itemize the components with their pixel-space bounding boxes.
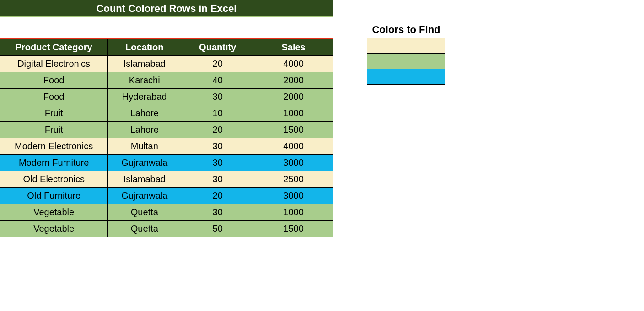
cell-quantity: 30 xyxy=(181,171,254,187)
cell-category: Vegetable xyxy=(0,204,108,220)
cell-category: Digital Electronics xyxy=(0,55,108,72)
cell-location: Islamabad xyxy=(108,55,181,72)
cell-quantity: 10 xyxy=(181,105,254,121)
page-title: Count Colored Rows in Excel xyxy=(0,0,333,17)
cell-category: Modern Electronics xyxy=(0,138,108,154)
cell-location: Quetta xyxy=(108,204,181,220)
cell-quantity: 50 xyxy=(181,220,254,237)
cell-category: Old Electronics xyxy=(0,171,108,187)
legend-table xyxy=(367,38,445,85)
cell-category: Fruit xyxy=(0,105,108,121)
cell-location: Quetta xyxy=(108,220,181,237)
cell-sales: 1500 xyxy=(254,220,333,237)
table-row: Modern ElectronicsMultan304000 xyxy=(0,138,333,154)
header-category: Product Category xyxy=(0,39,108,55)
cell-location: Gujranwala xyxy=(108,154,181,171)
cell-location: Islamabad xyxy=(108,171,181,187)
cell-sales: 2500 xyxy=(254,171,333,187)
cell-category: Food xyxy=(0,72,108,88)
table-row: VegetableQuetta301000 xyxy=(0,204,333,220)
table-row: Old FurnitureGujranwala203000 xyxy=(0,187,333,204)
header-location: Location xyxy=(108,39,181,55)
cell-sales: 1500 xyxy=(254,121,333,138)
cell-category: Fruit xyxy=(0,121,108,138)
cell-sales: 3000 xyxy=(254,154,333,171)
legend-swatch-green xyxy=(367,54,445,69)
table-row: FoodKarachi402000 xyxy=(0,72,333,88)
cell-quantity: 30 xyxy=(181,204,254,220)
legend-swatch-blue xyxy=(367,69,445,85)
cell-sales: 1000 xyxy=(254,105,333,121)
cell-sales: 2000 xyxy=(254,88,333,105)
cell-quantity: 20 xyxy=(181,187,254,204)
cell-sales: 3000 xyxy=(254,187,333,204)
header-quantity: Quantity xyxy=(181,39,254,55)
cell-category: Food xyxy=(0,88,108,105)
cell-location: Lahore xyxy=(108,105,181,121)
cell-sales: 1000 xyxy=(254,204,333,220)
header-sales: Sales xyxy=(254,39,333,55)
cell-location: Hyderabad xyxy=(108,88,181,105)
table-row: Digital ElectronicsIslamabad204000 xyxy=(0,55,333,72)
cell-sales: 4000 xyxy=(254,138,333,154)
data-table: Product Category Location Quantity Sales… xyxy=(0,38,333,237)
cell-sales: 2000 xyxy=(254,72,333,88)
legend-swatch-cream xyxy=(367,38,445,54)
cell-category: Vegetable xyxy=(0,220,108,237)
cell-location: Karachi xyxy=(108,72,181,88)
cell-quantity: 30 xyxy=(181,88,254,105)
cell-quantity: 30 xyxy=(181,138,254,154)
cell-location: Multan xyxy=(108,138,181,154)
table-row: FruitLahore201500 xyxy=(0,121,333,138)
table-row: FoodHyderabad302000 xyxy=(0,88,333,105)
cell-location: Gujranwala xyxy=(108,187,181,204)
header-row: Product Category Location Quantity Sales xyxy=(0,39,333,55)
cell-quantity: 20 xyxy=(181,55,254,72)
cell-quantity: 40 xyxy=(181,72,254,88)
table-row: Modern FurnitureGujranwala303000 xyxy=(0,154,333,171)
table-row: FruitLahore101000 xyxy=(0,105,333,121)
cell-category: Old Furniture xyxy=(0,187,108,204)
table-row: Old ElectronicsIslamabad302500 xyxy=(0,171,333,187)
cell-location: Lahore xyxy=(108,121,181,138)
cell-quantity: 20 xyxy=(181,121,254,138)
cell-quantity: 30 xyxy=(181,154,254,171)
cell-category: Modern Furniture xyxy=(0,154,108,171)
table-row: VegetableQuetta501500 xyxy=(0,220,333,237)
cell-sales: 4000 xyxy=(254,55,333,72)
legend-title: Colors to Find xyxy=(365,24,447,36)
